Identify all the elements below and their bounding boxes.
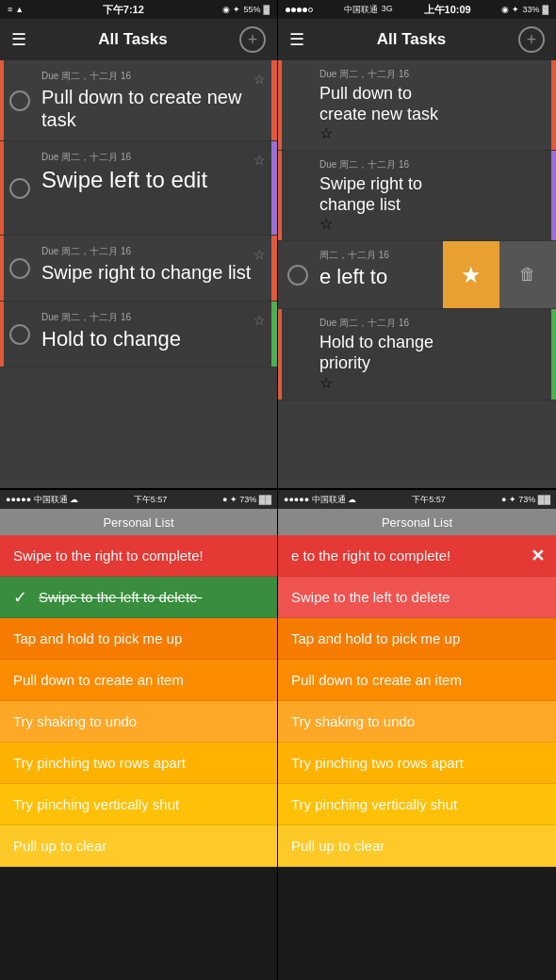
task-checkbox[interactable] [9,90,30,111]
list-item[interactable]: Try shaking to undo [278,701,556,743]
task-item[interactable]: Due 周二，十二月 16 Hold to change ☆ [0,302,277,368]
carrier-info: 中国联通 3G [344,4,393,16]
location-icon: ◉ [222,5,230,14]
task-item[interactable]: Due 周二，十二月 16 Pull down tocreate new tas… [278,60,556,151]
task-item[interactable]: Due 周二，十二月 16 Swipe right to change list… [0,236,277,302]
personal-list-title: Personal List [382,515,452,530]
status-right-2: ◉ ✦ 33% ▓ [501,5,548,14]
priority-bar [0,236,4,301]
battery-icon: ▓ [542,5,548,14]
item-text: e to the right to complete! [291,547,450,564]
item-text: Pull down to create an item [291,672,462,688]
menu-icon[interactable]: ☰ [289,29,304,50]
item-text: Tap and hold to pick me up [13,630,182,646]
bluetooth-icon: ✦ [233,5,240,14]
list-item[interactable]: Try pinching two rows apart [0,743,277,784]
task-list-1: Due 周二，十二月 16 Pull down to create new ta… [0,60,277,490]
checkmark-icon: ✓ [13,587,27,608]
due-date: Due 周二，十二月 16 [319,317,545,330]
star-icon[interactable]: ☆ [253,313,266,328]
delete-action-icon: 🗑 [519,265,536,285]
item-text: Try pinching vertically shut [291,796,457,812]
priority-bar [0,302,4,367]
task-item[interactable]: Due 周二，十二月 16 Hold to changepriority ☆ [278,309,556,400]
item-text: Swipe to the right to complete! [13,547,204,564]
list-item[interactable]: Pull up to clear [0,825,277,867]
delete-action[interactable]: 🗑 [499,241,556,308]
item-text: Try shaking to undo [291,713,415,729]
list-item[interactable]: Try pinching two rows apart [278,743,556,784]
list-accent [551,60,556,150]
task-list-2: Due 周二，十二月 16 Pull down tocreate new tas… [278,60,556,490]
add-task-button[interactable]: + [518,26,545,53]
list-item[interactable]: Pull down to create an item [278,660,556,701]
task-checkbox[interactable] [287,265,308,286]
time-3: 下午5:57 [134,494,168,506]
item-text: Try pinching two rows apart [13,755,186,771]
time-display: 下午7:12 [103,3,144,17]
close-button[interactable]: ✕ [531,546,545,566]
list-item[interactable]: e to the right to complete! ✕ [278,535,556,577]
carrier-3: ●●●●● 中国联通 ☁ [6,494,78,506]
star-icon[interactable]: ☆ [319,125,333,141]
carrier-label: 中国联通 [344,4,378,16]
task-checkbox[interactable] [9,258,30,279]
due-date: Due 周二，十二月 16 [319,158,545,172]
list-item[interactable]: Swipe to the left to delete [278,577,556,618]
task-content: 周二，十二月 16 e left to [278,241,443,308]
status-right-icons: ◉ ✦ 55% ▓ [222,5,270,14]
task-item-swiped[interactable]: 周二，十二月 16 e left to ★ 🗑 [278,241,556,309]
list-item[interactable]: Tap and hold to pick me up [278,618,556,660]
due-date: Due 周二，十二月 16 [41,311,266,324]
star-action-icon: ★ [461,262,482,288]
star-icon[interactable]: ☆ [253,153,266,168]
due-date: Due 周二，十二月 16 [319,68,545,81]
task-item[interactable]: Due 周二，十二月 16 Swipe left to edit ☆ [0,141,277,236]
add-task-button[interactable]: + [239,26,266,53]
priority-bar [278,151,282,240]
menu-icon[interactable]: ☰ [11,29,26,50]
task-item[interactable]: Due 周二，十二月 16 Swipe right tochange list … [278,151,556,241]
location-icon: ◉ [501,5,509,14]
screen-top-left: ≡ ▲ 下午7:12 ◉ ✦ 55% ▓ ☰ All Tasks + Due 周… [0,0,278,490]
list-item[interactable]: Swipe to the right to complete! [0,535,277,577]
star-icon[interactable]: ☆ [319,375,333,391]
priority-bar [278,309,282,399]
app-header-1: ☰ All Tasks + [0,19,277,60]
task-text: Pull down tocreate new task [319,84,545,124]
task-checkbox[interactable] [9,178,30,199]
status-bar-1: ≡ ▲ 下午7:12 ◉ ✦ 55% ▓ [0,0,277,19]
bluetooth-icon: ✦ [512,5,519,14]
list-accent [271,302,277,367]
task-checkbox[interactable] [9,324,30,345]
task-text: Swipe left to edit [41,167,266,194]
list-item[interactable]: Pull up to clear [278,825,556,867]
item-text: Try pinching two rows apart [291,755,464,771]
item-text: Pull down to create an item [13,672,184,688]
task-item[interactable]: Due 周二，十二月 16 Pull down to create new ta… [0,60,277,141]
item-text: Tap and hold to pick me up [291,630,460,646]
list-item[interactable]: Pull down to create an item [0,660,277,701]
list-item[interactable]: ✓ Swipe to the left to delete- [0,577,277,618]
status-bar-2: 中国联通 3G 上午10:09 ◉ ✦ 33% ▓ [278,0,556,19]
priority-bar [0,60,4,140]
list-item[interactable]: Tap and hold to pick me up [0,618,277,660]
due-date: Due 周二，十二月 16 [41,151,266,164]
task-text: Swipe right to change list [41,261,266,284]
star-action[interactable]: ★ [443,241,499,308]
task-text: Pull down to create new task [41,86,266,131]
priority-bar [0,141,4,235]
list-item[interactable]: Try pinching vertically shut [278,784,556,825]
screen-top-right: 中国联通 3G 上午10:09 ◉ ✦ 33% ▓ ☰ All Tasks + … [278,0,556,490]
star-icon[interactable]: ☆ [319,216,333,232]
list-item[interactable]: Try shaking to undo [0,701,277,743]
star-icon[interactable]: ☆ [253,72,266,87]
status-bar-3: ●●●●● 中国联通 ☁ 下午5:57 ● ✦ 73% ▓▓ [0,490,277,509]
list-item[interactable]: Try pinching vertically shut [0,784,277,825]
header-title: All Tasks [98,30,167,49]
wifi-icon: ≡ [8,5,12,14]
icons-3: ● ✦ 73% ▓▓ [222,495,271,504]
star-icon[interactable]: ☆ [253,247,266,262]
carrier-4: ●●●●● 中国联通 ☁ [284,494,356,506]
list-accent [271,141,277,235]
